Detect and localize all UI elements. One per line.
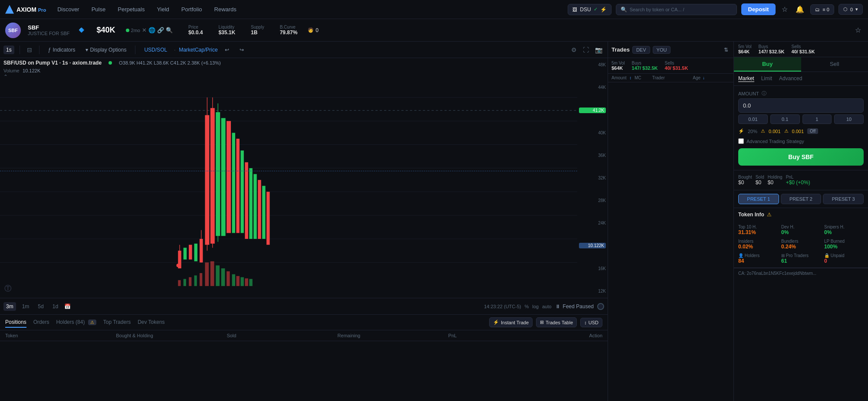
- instant-trade-btn[interactable]: ⚡ Instant Trade: [489, 317, 533, 327]
- quick-001[interactable]: 0.01: [738, 114, 768, 124]
- pair-divider: ·: [174, 47, 175, 52]
- trade-type-tabs: Market Limit Advanced: [734, 72, 868, 86]
- token-symbol: SBF: [28, 24, 70, 31]
- quick-1[interactable]: 1: [802, 114, 832, 124]
- buys-value2: 147/ $32.5K: [759, 49, 785, 54]
- trades-stats: 5m Vol $64K Buys 147/ $32.5K Sells 40/ $…: [608, 58, 733, 74]
- col-age: Age ↓: [693, 75, 730, 80]
- trades-filter-icon[interactable]: ⇅: [722, 45, 730, 55]
- bundlers-label: Bundlers: [781, 239, 821, 244]
- advanced-tab[interactable]: Advanced: [779, 75, 802, 82]
- tab-top-traders[interactable]: Top Traders: [103, 317, 131, 328]
- display-options-btn[interactable]: ▾ Display Options: [82, 46, 130, 54]
- pair-market-selector[interactable]: MarketCap/Price: [179, 47, 217, 53]
- wallet-icon: 🖼: [572, 7, 577, 12]
- preset1-btn[interactable]: PRESET 1: [738, 194, 779, 204]
- fullscreen-icon-btn[interactable]: ⛶: [581, 45, 591, 55]
- filter-dev-btn[interactable]: DEV: [632, 46, 650, 54]
- preset2-btn[interactable]: PRESET 2: [781, 194, 822, 204]
- nav-discover[interactable]: Discover: [55, 4, 82, 14]
- slippage-row: ⚡ 20% ⚠ 0.001 ⚠ 0.001 Off: [738, 128, 864, 134]
- logo[interactable]: AXIOM Pro: [5, 5, 46, 14]
- wallet-tertiary[interactable]: ⬡ 0 ▾: [838, 4, 863, 15]
- timeframe-1d[interactable]: 1d: [50, 302, 61, 311]
- settings-icon-btn[interactable]: ⚙: [569, 45, 579, 55]
- nav-portfolio[interactable]: Portfolio: [179, 4, 205, 14]
- nav-yield[interactable]: Yield: [154, 4, 171, 14]
- limit-tab[interactable]: Limit: [761, 75, 772, 82]
- link-icon[interactable]: 🔗: [157, 27, 164, 33]
- filter-you-btn[interactable]: YOU: [653, 46, 671, 54]
- feed-paused[interactable]: ⏸ Feed Paused: [555, 303, 594, 310]
- svg-rect-22: [221, 118, 226, 236]
- trades-table-btn[interactable]: ⊞ Trades Table: [536, 317, 577, 327]
- tab-positions[interactable]: Positions: [5, 317, 26, 328]
- trade-form: AMOUNT ⓘ 0.01 0.1 1 10 ⚡ 20% ⚠ 0.001 ⚠ 0…: [734, 86, 868, 170]
- undo-btn[interactable]: ↩: [221, 46, 233, 54]
- bell-icon-btn[interactable]: 🔔: [794, 3, 806, 15]
- buys-block: Buys 147/ $32.5K: [759, 44, 785, 54]
- svg-rect-12: [189, 245, 192, 260]
- nav-pulse[interactable]: Pulse: [89, 4, 108, 14]
- indicators-label: Indicators: [53, 47, 75, 53]
- market-tab[interactable]: Market: [738, 75, 754, 82]
- advanced-trading-strategy[interactable]: Advanced Trading Strategy: [738, 138, 864, 144]
- advanced-checkbox[interactable]: [738, 138, 744, 144]
- feed-paused-label: Feed Paused: [563, 303, 594, 310]
- tv-watermark: Ⓣ: [4, 284, 11, 293]
- insiders-value: 0.02%: [738, 244, 778, 250]
- timeframe-1m[interactable]: 1m: [20, 302, 32, 311]
- chart-type-btn[interactable]: ⊟: [25, 45, 34, 55]
- currency-btn[interactable]: ↕ USD: [580, 318, 602, 327]
- screenshot-icon-btn[interactable]: 📷: [593, 45, 604, 55]
- quick-amounts: 0.01 0.1 1 10: [738, 114, 864, 124]
- currency-icon: ↕: [584, 320, 587, 325]
- timeframe-5d[interactable]: 5d: [35, 302, 46, 311]
- sl-val2: 0.001: [792, 129, 804, 134]
- deposit-button[interactable]: Deposit: [741, 3, 776, 15]
- circle-indicator: [597, 303, 604, 310]
- pause-icon: ⏸: [555, 303, 560, 310]
- amount-input[interactable]: [738, 98, 864, 113]
- quick-01[interactable]: 0.1: [770, 114, 800, 124]
- protraders-cell-text: Pro Traders: [786, 253, 809, 258]
- quick-10[interactable]: 10: [834, 114, 864, 124]
- wallet2-icon: 🗂: [815, 7, 820, 12]
- calendar-icon[interactable]: 📅: [64, 303, 71, 310]
- sold-value: $0: [756, 179, 764, 186]
- nav-perpetuals[interactable]: Perpetuals: [115, 4, 147, 14]
- svg-rect-32: [266, 192, 270, 245]
- star-icon-btn[interactable]: ☆: [780, 3, 789, 15]
- chart-collapse-btn[interactable]: ⌃: [3, 74, 8, 80]
- preset3-btn[interactable]: PRESET 3: [823, 194, 864, 204]
- sells-block: Sells 40/ $31.5K: [792, 44, 815, 54]
- token-avatar: SBF: [5, 23, 21, 38]
- ca-bar[interactable]: CA: 2o76naLbn1N5KFc1exejddNbtwm...: [734, 268, 868, 278]
- search-box[interactable]: 🔍 Search by token or CA... /: [616, 4, 737, 15]
- protraders-icon: ⊞: [781, 253, 785, 258]
- buy-tab[interactable]: Buy: [734, 57, 801, 72]
- globe-icon[interactable]: 🌐: [148, 27, 155, 33]
- redo-btn[interactable]: ↪: [236, 46, 247, 54]
- tab-dev-tokens[interactable]: Dev Tokens: [138, 317, 164, 328]
- top10h-label: Top 10 H.: [738, 225, 778, 229]
- timeframe-3m[interactable]: 3m: [3, 302, 16, 311]
- copy-icon[interactable]: ✕: [142, 27, 147, 33]
- svg-rect-43: [232, 274, 235, 286]
- nav-rewards[interactable]: Rewards: [212, 4, 239, 14]
- tab-holders[interactable]: Holders (84) ⚠: [56, 317, 96, 328]
- indicators-btn[interactable]: ƒ Indicators: [45, 46, 79, 54]
- holding-value: $0: [768, 179, 783, 186]
- tab-orders[interactable]: Orders: [33, 317, 49, 328]
- wallet-button[interactable]: 🖼 DSU ✓ ⚡: [568, 4, 611, 15]
- token-price-block: $40K: [97, 26, 115, 35]
- timeframe-1s[interactable]: 1s: [3, 46, 14, 54]
- amount-info-icon: ⓘ: [762, 90, 766, 97]
- buy-sbf-btn[interactable]: Buy SBF: [738, 148, 864, 166]
- sell-tab[interactable]: Sell: [801, 57, 868, 72]
- wallet-secondary[interactable]: 🗂 ≡ 0: [810, 4, 834, 15]
- search-token-icon[interactable]: 🔍: [166, 27, 173, 33]
- star-token-btn[interactable]: ☆: [853, 24, 863, 36]
- chart-icons-right: ⚙ ⛶ 📷: [569, 45, 604, 55]
- pair-usd-selector[interactable]: USD/SOL: [141, 46, 171, 54]
